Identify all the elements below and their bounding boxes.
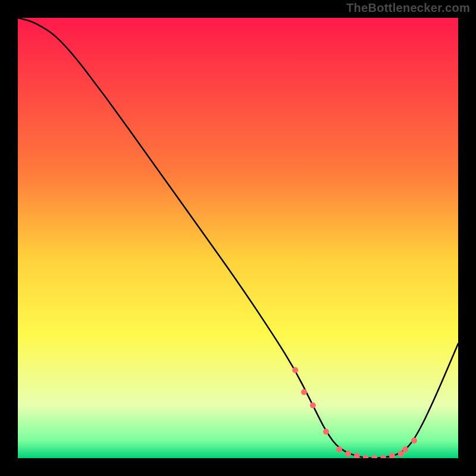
marker-point	[292, 367, 298, 373]
marker-point	[323, 429, 329, 435]
marker-point	[402, 446, 408, 452]
chart-frame: TheBottlenecker.com	[0, 0, 476, 476]
marker-point	[398, 451, 404, 457]
marker-point	[411, 437, 417, 443]
marker-point	[310, 402, 316, 408]
marker-point	[301, 389, 307, 395]
marker-point	[345, 451, 351, 457]
marker-point	[336, 446, 342, 452]
plot-area	[18, 18, 458, 458]
gradient-background	[18, 18, 458, 458]
chart-svg	[18, 18, 458, 458]
watermark-text: TheBottlenecker.com	[346, 1, 470, 15]
